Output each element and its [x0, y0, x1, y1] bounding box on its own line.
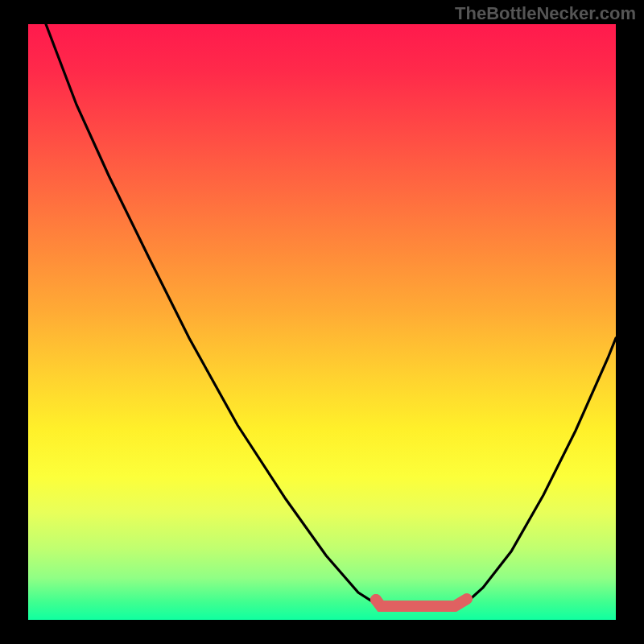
highlight-segment: [376, 599, 467, 606]
bottleneck-curve: [46, 24, 616, 606]
chart-container: TheBottleNecker.com: [0, 0, 644, 644]
attribution-text: TheBottleNecker.com: [455, 3, 636, 24]
plot-area: [28, 24, 616, 620]
curve-layer: [28, 24, 616, 620]
highlight-marker: [370, 594, 382, 605]
